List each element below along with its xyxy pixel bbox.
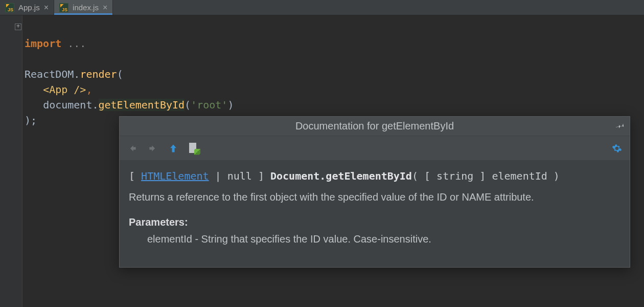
doc-params-heading: Parameters: [129, 215, 620, 230]
doc-description: Returns a reference to the first object … [129, 190, 620, 205]
editor-area[interactable]: + import ... ReactDOM.render( <App />, d… [0, 15, 644, 307]
back-icon[interactable] [127, 143, 138, 154]
doc-toolbar [120, 136, 630, 161]
pin-icon[interactable] [613, 119, 627, 134]
up-icon[interactable] [168, 143, 179, 154]
doc-signature: [ HTMLElement | null ] Document.getEleme… [129, 169, 620, 184]
js-file-icon [5, 3, 14, 12]
doc-param-elementid: elementId - String that specifies the ID… [129, 232, 620, 247]
quick-doc-popup: Documentation for getElementById [119, 116, 630, 268]
folded-ellipsis[interactable]: ... [61, 37, 86, 50]
type-link-htmlelement[interactable]: HTMLElement [141, 170, 209, 182]
doc-title-text: Documentation for getElementById [295, 120, 454, 132]
keyword-import: import [25, 37, 61, 50]
method-getelementbyid[interactable]: getElementById [99, 99, 185, 111]
tab-label: index.js [73, 3, 99, 12]
edit-source-icon[interactable] [188, 143, 199, 154]
close-icon[interactable]: × [103, 4, 107, 12]
forward-icon[interactable] [147, 143, 158, 154]
gear-icon[interactable] [611, 143, 623, 154]
js-file-icon [59, 3, 68, 12]
gutter: + [0, 15, 22, 307]
doc-title-bar: Documentation for getElementById [120, 117, 630, 136]
editor-tab-bar: App.js × index.js × [0, 0, 644, 15]
tab-label: App.js [18, 3, 40, 12]
fold-expand-icon[interactable]: + [15, 24, 21, 30]
active-tab-indicator [54, 13, 112, 15]
doc-body: [ HTMLElement | null ] Document.getEleme… [120, 161, 630, 267]
close-icon[interactable]: × [44, 4, 49, 12]
code-content[interactable]: import ... ReactDOM.render( <App />, doc… [25, 20, 234, 128]
editor-tab-app-js[interactable]: App.js × [0, 0, 54, 15]
editor-tab-index-js[interactable]: index.js × [54, 0, 113, 15]
